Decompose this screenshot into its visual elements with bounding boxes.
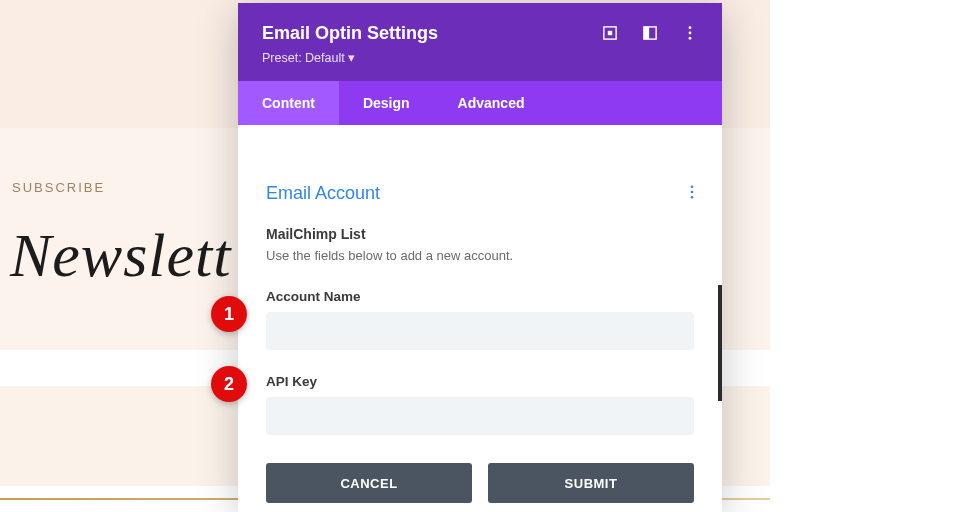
scrollbar[interactable] xyxy=(718,285,722,401)
panel-body: Email Account MailChimp List Use the fie… xyxy=(238,125,722,511)
svg-point-6 xyxy=(689,37,692,40)
list-help: Use the fields below to add a new accoun… xyxy=(266,248,694,263)
modal-title: Email Optin Settings xyxy=(262,23,438,44)
settings-modal: Email Optin Settings Preset: Default ▾ C… xyxy=(238,3,722,512)
svg-point-9 xyxy=(691,195,694,198)
section-kebab-icon[interactable] xyxy=(690,185,694,203)
account-name-input[interactable] xyxy=(266,312,694,350)
subscribe-eyebrow: SUBSCRIBE xyxy=(12,180,105,195)
button-row: CANCEL SUBMIT xyxy=(266,463,694,503)
svg-rect-1 xyxy=(608,31,612,35)
kebab-icon[interactable] xyxy=(682,25,698,41)
tabs: Content Design Advanced xyxy=(238,81,722,125)
annotation-1: 1 xyxy=(211,296,247,332)
submit-button[interactable]: SUBMIT xyxy=(488,463,694,503)
api-key-input[interactable] xyxy=(266,397,694,435)
api-key-label: API Key xyxy=(266,374,694,389)
newsletter-heading: Newslett xyxy=(10,220,232,291)
svg-point-7 xyxy=(691,185,694,188)
list-label: MailChimp List xyxy=(266,226,694,242)
account-name-label: Account Name xyxy=(266,289,694,304)
panel-icon[interactable] xyxy=(642,25,658,41)
svg-rect-3 xyxy=(644,27,649,39)
tab-advanced[interactable]: Advanced xyxy=(434,81,549,125)
svg-point-4 xyxy=(689,26,692,29)
tab-content[interactable]: Content xyxy=(238,81,339,125)
expand-icon[interactable] xyxy=(602,25,618,41)
modal-title-group: Email Optin Settings Preset: Default ▾ xyxy=(262,23,438,65)
svg-point-5 xyxy=(689,32,692,35)
modal-header-icons xyxy=(602,23,698,41)
annotation-2: 2 xyxy=(211,366,247,402)
section-title: Email Account xyxy=(266,183,380,204)
tab-design[interactable]: Design xyxy=(339,81,434,125)
preset-dropdown[interactable]: Preset: Default ▾ xyxy=(262,50,438,65)
cancel-button[interactable]: CANCEL xyxy=(266,463,472,503)
svg-point-8 xyxy=(691,190,694,193)
modal-header: Email Optin Settings Preset: Default ▾ xyxy=(238,3,722,81)
section-header: Email Account xyxy=(266,183,694,204)
